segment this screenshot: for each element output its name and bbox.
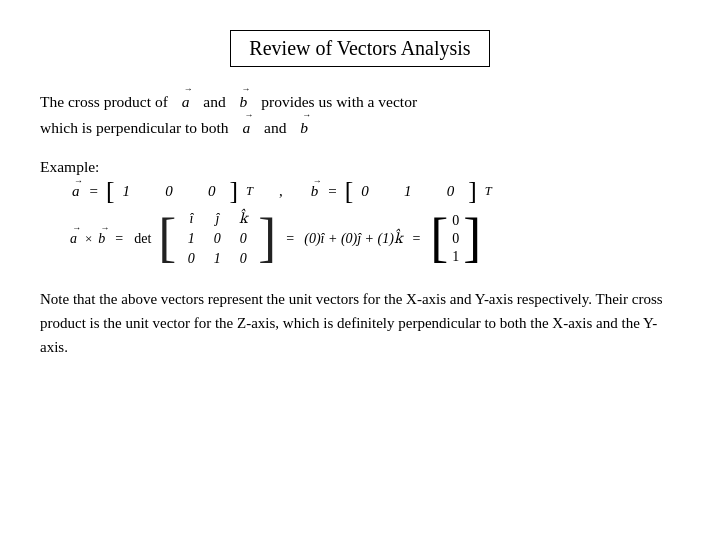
vec-arrow-a2: → (244, 108, 253, 123)
cp-suffix: provides us with a vector (261, 89, 417, 115)
result-column: 0 0 1 (452, 212, 459, 266)
result-col-bracket-right: ] (463, 216, 481, 262)
vec-arrow-b: → (242, 82, 251, 97)
cp-and2: and (264, 115, 286, 141)
cp-line2-prefix: which is perpendicular to both (40, 115, 229, 141)
bracket-open-b: [ (345, 180, 354, 203)
bracket-close-a: ] (229, 180, 238, 203)
vec-b-values: 0 1 0 (361, 183, 460, 200)
bracket-close-b: ] (468, 180, 477, 203)
ex-vec-arrow-b: → (313, 176, 322, 186)
cp-and1: and (203, 89, 225, 115)
vec-arrow-a: → (184, 82, 193, 97)
vec-arrow-b2: → (302, 108, 311, 123)
matrix-bracket-left: [ (158, 216, 176, 262)
ex-vec-arrow-a: → (74, 176, 83, 186)
example-label: Example: (40, 158, 680, 176)
vector-a-symbol2: → a (242, 115, 250, 141)
cross-product-calc: → a × → b = det [ î ĵ k̂ 1 0 0 0 1 0 (70, 209, 680, 269)
matrix-grid: î ĵ k̂ 1 0 0 0 1 0 (180, 209, 254, 269)
bracket-open-a: [ (106, 180, 115, 203)
cross-product-line2: which is perpendicular to both → a and →… (40, 115, 680, 141)
matrix-bracket-right: ] (258, 216, 276, 262)
page-title: Review of Vectors Analysis (230, 30, 489, 67)
calc-ab-label: → a (70, 231, 77, 247)
result-col-bracket-left: [ (430, 216, 448, 262)
cp-prefix: The cross product of (40, 89, 168, 115)
example-vectors-row: → a = [ 1 0 0 ] T , → b = [ 0 1 0 ] T (70, 180, 680, 203)
title-text: Review of Vectors Analysis (249, 37, 470, 59)
example-section: Example: → a = [ 1 0 0 ] T , → b = [ 0 1… (40, 158, 680, 269)
vector-a-symbol: → a (182, 89, 190, 115)
note-text: Note that the above vectors represent th… (40, 291, 663, 355)
transpose-a: T (246, 184, 253, 199)
transpose-b: T (485, 184, 492, 199)
calc-b-label: → b (98, 231, 105, 247)
vector-b-symbol2: → b (300, 115, 308, 141)
ex-vec-b: → b (311, 183, 319, 200)
page: Review of Vectors Analysis The cross pro… (0, 0, 720, 540)
vec-a-values: 1 0 0 (122, 183, 221, 200)
result-expr: (0)î + (0)ĵ + (1)k̂ (304, 230, 402, 247)
cross-product-description: The cross product of → a and → b provide… (40, 89, 680, 142)
note-section: Note that the above vectors represent th… (40, 287, 680, 359)
det-label: det (134, 231, 151, 247)
ex-vec-a: → a (72, 183, 80, 200)
cross-product-line1: The cross product of → a and → b provide… (40, 89, 680, 115)
